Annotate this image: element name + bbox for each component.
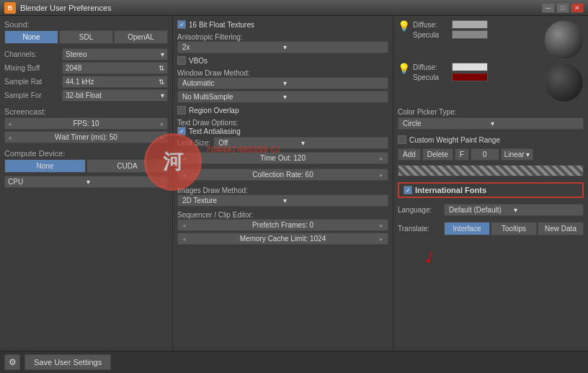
anisotropic-label: Anisotropic Filtering: bbox=[177, 33, 388, 41]
multisample-dropdown[interactable]: No MultiSample ▾ bbox=[177, 91, 388, 103]
timeout-value: Time Out: 120 bbox=[186, 154, 380, 162]
sample-format-value[interactable]: 32-bit Float ▾ bbox=[62, 89, 168, 102]
compute-none-button[interactable]: None bbox=[4, 159, 86, 173]
sample-format-row: Sample For 32-bit Float ▾ bbox=[4, 89, 168, 102]
title-bar: B Blender User Preferences ─ □ ✕ bbox=[0, 0, 588, 16]
app-window: B Blender User Preferences ─ □ ✕ Sound: … bbox=[0, 0, 588, 373]
memory-cache-row[interactable]: ◂ Memory Cache Limit: 1024 ▸ bbox=[177, 233, 388, 245]
anisotropic-section: Anisotropic Filtering: 2x ▾ bbox=[177, 32, 388, 53]
mixing-buff-row: Mixing Buff 2048 ⇅ bbox=[4, 62, 168, 74]
limit-size-dropdown[interactable]: Off ▾ bbox=[213, 137, 388, 149]
translate-interface-button[interactable]: Interface bbox=[444, 222, 490, 235]
translate-tooltips-button[interactable]: Tooltips bbox=[491, 222, 537, 235]
settings-icon[interactable]: ⚙ bbox=[4, 354, 20, 370]
save-user-settings-button[interactable]: Save User Settings bbox=[24, 354, 111, 370]
mat1-specula-label: Specula bbox=[413, 31, 449, 39]
sample-rate-value[interactable]: 44.1 kHz ⇅ bbox=[62, 76, 168, 88]
title-bar-text: Blender User Preferences bbox=[20, 4, 538, 12]
language-dropdown[interactable]: Default (Default) ▾ bbox=[444, 204, 584, 216]
gradient-delete-button[interactable]: Delete bbox=[422, 148, 453, 161]
compute-cuda-button[interactable]: CUDA bbox=[86, 159, 168, 173]
sample-rate-row: Sample Rat 44.1 kHz ⇅ bbox=[4, 76, 168, 88]
mixing-buff-value[interactable]: 2048 ⇅ bbox=[62, 62, 168, 74]
compute-label: Compute Device: bbox=[4, 149, 168, 158]
text-antialias-checkbox[interactable] bbox=[177, 127, 186, 135]
minimize-button[interactable]: ─ bbox=[542, 3, 555, 13]
cpu-dropdown[interactable]: CPU ▾ bbox=[4, 176, 168, 188]
left-panel: Sound: None SDL OpenAL Channels: Stereo … bbox=[0, 16, 173, 351]
cwp-checkbox[interactable] bbox=[398, 135, 406, 144]
fps-row[interactable]: ◂ FPS: 10 ▸ bbox=[4, 117, 168, 130]
mat1-diffuse-row: Diffuse: bbox=[413, 20, 488, 29]
maximize-button[interactable]: □ bbox=[556, 3, 569, 13]
sound-none-button[interactable]: None bbox=[4, 30, 58, 44]
timeout-row[interactable]: ◂ Time Out: 120 ▸ bbox=[177, 152, 388, 164]
wait-timer-value: Wait Timer (ms): 50 bbox=[12, 133, 161, 141]
sample-format-label: Sample For bbox=[4, 91, 62, 99]
compute-buttons: None CUDA bbox=[4, 159, 168, 173]
channels-value[interactable]: Stereo ▾ bbox=[62, 48, 168, 60]
intl-fonts-checkbox[interactable]: ✓ bbox=[404, 186, 412, 194]
screencast-section: Screencast: ◂ FPS: 10 ▸ ◂ Wait Timer (ms… bbox=[4, 107, 168, 145]
vbos-row: VBOs bbox=[177, 56, 388, 65]
sequencer-section: Sequencer / Clip Editor: ◂ Prefetch Fram… bbox=[177, 210, 388, 246]
fps-value: FPS: 10 bbox=[12, 120, 161, 127]
compute-section: Compute Device: None CUDA CPU ▾ bbox=[4, 149, 168, 189]
sound-sdl-button[interactable]: SDL bbox=[59, 30, 113, 44]
anisotropic-dropdown[interactable]: 2x ▾ bbox=[177, 41, 388, 53]
window-draw-label: Window Draw Method: bbox=[177, 69, 388, 77]
sound-buttons: None SDL OpenAL bbox=[4, 30, 168, 44]
cwp-row: Custom Weight Paint Range bbox=[398, 135, 584, 144]
translate-label: Translate: bbox=[398, 225, 441, 233]
mat1-specula-color[interactable] bbox=[452, 30, 488, 39]
mat2-fields: Diffuse: Specula bbox=[413, 63, 488, 81]
right-panel: 💡 Diffuse: Specula bbox=[393, 16, 588, 351]
vbos-checkbox[interactable] bbox=[177, 56, 186, 65]
bottom-bar: ⚙ Save User Settings bbox=[0, 351, 588, 373]
16bit-checkbox[interactable] bbox=[177, 20, 186, 29]
bulb-icon-1: 💡 bbox=[398, 20, 410, 32]
international-fonts-row: ✓ International Fonts bbox=[398, 182, 584, 198]
sequencer-label: Sequencer / Clip Editor: bbox=[177, 211, 388, 219]
close-button[interactable]: ✕ bbox=[571, 3, 584, 13]
mat2-diffuse-color[interactable] bbox=[452, 63, 488, 71]
language-row: Language: Default (Default) ▾ bbox=[398, 204, 584, 216]
color-picker-type-label: Color Picker Type: bbox=[398, 108, 584, 116]
gradient-f-button[interactable]: F bbox=[455, 148, 469, 161]
gradient-mode-dropdown[interactable]: Linear ▾ bbox=[501, 148, 533, 161]
mat2-specula-label: Specula bbox=[413, 73, 449, 81]
gradient-value-input[interactable]: 0 bbox=[471, 148, 499, 161]
prefetch-row[interactable]: ◂ Prefetch Frames: 0 ▸ bbox=[177, 219, 388, 231]
material-1-row: 💡 Diffuse: Specula bbox=[398, 20, 584, 60]
cpu-label: CPU bbox=[8, 178, 86, 186]
color-picker-dropdown[interactable]: Circle ▾ bbox=[398, 117, 584, 130]
mat1-diffuse-label: Diffuse: bbox=[413, 21, 449, 29]
16bit-row: 16 Bit Float Textures bbox=[177, 20, 388, 29]
memory-cache-value: Memory Cache Limit: 1024 bbox=[186, 235, 380, 243]
app-icon: B bbox=[4, 2, 16, 14]
prefetch-value: Prefetch Frames: 0 bbox=[186, 221, 380, 229]
translate-newdata-button[interactable]: New Data bbox=[538, 222, 584, 235]
region-overlap-checkbox[interactable] bbox=[177, 106, 186, 114]
window-draw-dropdown[interactable]: Automatic ▾ bbox=[177, 77, 388, 89]
16bit-label: 16 Bit Float Textures bbox=[189, 21, 254, 29]
window-draw-section: Window Draw Method: Automatic ▾ No Multi… bbox=[177, 68, 388, 103]
bulb-icon-2: 💡 bbox=[398, 63, 410, 74]
images-draw-label: Images Draw Method: bbox=[177, 186, 388, 194]
language-label: Language: bbox=[398, 206, 441, 214]
mat1-fields: Diffuse: Specula bbox=[413, 20, 488, 39]
sound-openal-button[interactable]: OpenAL bbox=[114, 30, 168, 44]
region-overlap-row: Region Overlap bbox=[177, 106, 388, 114]
mat1-diffuse-color[interactable] bbox=[452, 20, 488, 29]
images-draw-dropdown[interactable]: 2D Texture ▾ bbox=[177, 194, 388, 207]
color-picker-section: Color Picker Type: Circle ▾ bbox=[398, 108, 584, 130]
images-draw-section: Images Draw Method: 2D Texture ▾ bbox=[177, 185, 388, 207]
mat2-diffuse-row: Diffuse: bbox=[413, 63, 488, 71]
text-draw-section: Text Draw Options: Text Antialiasing Lim… bbox=[177, 117, 388, 149]
limit-size-label: Limit Size: bbox=[177, 139, 210, 147]
translate-buttons: Interface Tooltips New Data bbox=[444, 222, 584, 235]
mat2-specula-color[interactable] bbox=[452, 73, 488, 81]
gradient-add-button[interactable]: Add bbox=[398, 148, 421, 161]
wait-timer-row[interactable]: ◂ Wait Timer (ms): 50 ▸ bbox=[4, 131, 168, 143]
collection-rate-row[interactable]: ◂ Collection Rate: 60 ▸ bbox=[177, 168, 388, 181]
